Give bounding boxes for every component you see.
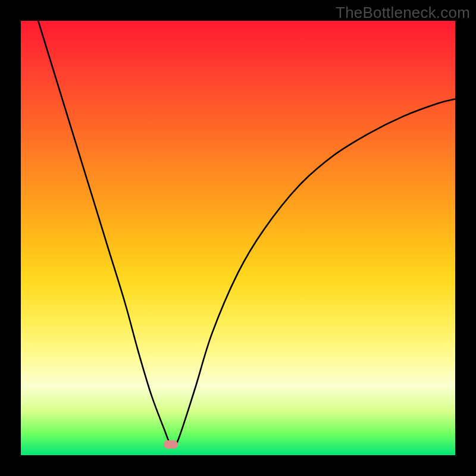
chart-curve xyxy=(21,21,455,455)
chart-frame: TheBottleneck.com xyxy=(0,0,476,476)
chart-plot-area xyxy=(21,21,455,455)
watermark-text: TheBottleneck.com xyxy=(336,4,470,22)
chart-marker xyxy=(164,440,178,449)
